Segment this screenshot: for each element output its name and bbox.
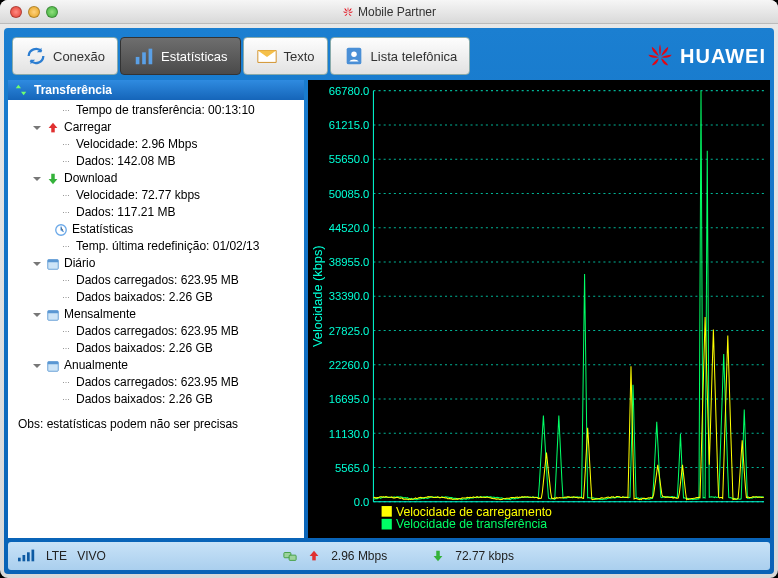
brand-label: HUAWEI [680, 45, 766, 68]
updown-icon [14, 83, 28, 97]
svg-text:16695.0: 16695.0 [329, 393, 370, 405]
refresh-icon [25, 45, 47, 67]
tree-title: Transferência [34, 83, 112, 97]
tab-connection-label: Conexão [53, 49, 105, 64]
network-connected-icon [283, 549, 297, 563]
svg-rect-0 [136, 57, 140, 64]
svg-text:0.0: 0.0 [354, 496, 370, 508]
status-up-speed: 2.96 Mbps [331, 549, 387, 563]
tab-phonebook[interactable]: Lista telefônica [330, 37, 471, 75]
speed-chart: 0.05565.011130.016695.022260.027825.0333… [308, 80, 770, 538]
huawei-flower-icon [646, 42, 674, 70]
tab-phonebook-label: Lista telefônica [371, 49, 458, 64]
svg-text:11130.0: 11130.0 [329, 427, 370, 439]
svg-rect-43 [382, 506, 392, 517]
disclosure-open-icon [32, 123, 42, 133]
tab-statistics-label: Estatísticas [161, 49, 227, 64]
svg-rect-11 [48, 310, 59, 313]
svg-text:Velocidade (kbps): Velocidade (kbps) [312, 245, 326, 347]
phonebook-icon [343, 45, 365, 67]
svg-rect-53 [312, 555, 316, 560]
monthly-down-row: ···Dados baixados: 2.26 GB [12, 340, 300, 357]
svg-rect-47 [18, 557, 21, 561]
disclosure-open-icon [32, 259, 42, 269]
disclosure-open-icon [32, 310, 42, 320]
last-reset-row: ···Temp. última redefinição: 01/02/13 [12, 238, 300, 255]
svg-rect-54 [436, 551, 440, 556]
carrier-label: VIVO [77, 549, 106, 563]
yearly-node[interactable]: Anualmente [12, 357, 300, 374]
status-down-speed: 72.77 kbps [455, 549, 514, 563]
tab-text[interactable]: Texto [243, 37, 328, 75]
titlebar: Mobile Partner [0, 0, 778, 24]
tab-text-label: Texto [284, 49, 315, 64]
window-title: Mobile Partner [0, 5, 778, 19]
upload-icon [46, 121, 60, 135]
network-label: LTE [46, 549, 67, 563]
stats-icon [133, 45, 155, 67]
download-icon [46, 172, 60, 186]
monthly-up-row: ···Dados carregados: 623.95 MB [12, 323, 300, 340]
yearly-up-row: ···Dados carregados: 623.95 MB [12, 374, 300, 391]
daily-down-row: ···Dados baixados: 2.26 GB [12, 289, 300, 306]
daily-up-row: ···Dados carregados: 623.95 MB [12, 272, 300, 289]
svg-text:38955.0: 38955.0 [329, 256, 370, 268]
minimize-button[interactable] [28, 6, 40, 18]
svg-rect-1 [142, 52, 146, 64]
svg-text:Velocidade de transferência: Velocidade de transferência [396, 517, 547, 531]
stats-tree-panel: Transferência ···Tempo de transferência:… [8, 80, 304, 538]
svg-text:55650.0: 55650.0 [329, 153, 370, 165]
huawei-logo: HUAWEI [646, 42, 766, 70]
download-node[interactable]: Download [12, 170, 300, 187]
svg-text:61215.0: 61215.0 [329, 119, 370, 131]
svg-text:33390.0: 33390.0 [329, 290, 370, 302]
app-window: Mobile Partner Conexão Estatísticas Text… [0, 0, 778, 578]
download-data-row: ···Dados: 117.21 MB [12, 204, 300, 221]
svg-text:44520.0: 44520.0 [329, 222, 370, 234]
calendar-icon [46, 308, 60, 322]
svg-text:50085.0: 50085.0 [329, 187, 370, 199]
tab-connection[interactable]: Conexão [12, 37, 118, 75]
svg-text:27825.0: 27825.0 [329, 325, 370, 337]
disclosure-open-icon [32, 174, 42, 184]
tab-statistics[interactable]: Estatísticas [120, 37, 240, 75]
upload-speed-row: ···Velocidade: 2.96 Mbps [12, 136, 300, 153]
svg-rect-50 [32, 549, 35, 561]
client-area: Conexão Estatísticas Texto Lista telefôn… [4, 28, 774, 574]
tree-header[interactable]: Transferência [8, 80, 304, 100]
svg-rect-49 [27, 552, 30, 561]
svg-rect-52 [289, 555, 296, 560]
calendar-icon [46, 257, 60, 271]
svg-rect-6 [51, 173, 55, 178]
stats-node: Estatísticas [12, 221, 300, 238]
svg-rect-48 [23, 555, 26, 561]
content-area: Transferência ···Tempo de transferência:… [8, 80, 770, 538]
download-speed-row: ···Velocidade: 72.77 kbps [12, 187, 300, 204]
monthly-node[interactable]: Mensalmente [12, 306, 300, 323]
tree-body: ···Tempo de transferência: 00:13:10 Carr… [8, 100, 304, 538]
daily-node[interactable]: Diário [12, 255, 300, 272]
svg-text:66780.0: 66780.0 [329, 85, 370, 97]
mail-icon [256, 45, 278, 67]
upload-node[interactable]: Carregar [12, 119, 300, 136]
signal-icon [18, 548, 36, 565]
huawei-icon [342, 6, 354, 18]
zoom-button[interactable] [46, 6, 58, 18]
arrow-down-icon [431, 549, 445, 563]
svg-rect-5 [51, 127, 55, 132]
svg-rect-13 [48, 361, 59, 364]
svg-rect-45 [382, 519, 392, 530]
upload-data-row: ···Dados: 142.08 MB [12, 153, 300, 170]
svg-rect-9 [48, 259, 59, 262]
disclosure-open-icon [32, 361, 42, 371]
calendar-icon [46, 359, 60, 373]
svg-rect-2 [149, 49, 153, 65]
transfer-time-row: ···Tempo de transferência: 00:13:10 [12, 102, 300, 119]
clock-icon [54, 223, 68, 237]
arrow-up-icon [307, 549, 321, 563]
svg-point-4 [351, 51, 357, 57]
close-button[interactable] [10, 6, 22, 18]
svg-text:5565.0: 5565.0 [335, 462, 369, 474]
svg-text:22260.0: 22260.0 [329, 359, 370, 371]
status-bar: LTE VIVO 2.96 Mbps 72.77 kbps [8, 542, 770, 570]
